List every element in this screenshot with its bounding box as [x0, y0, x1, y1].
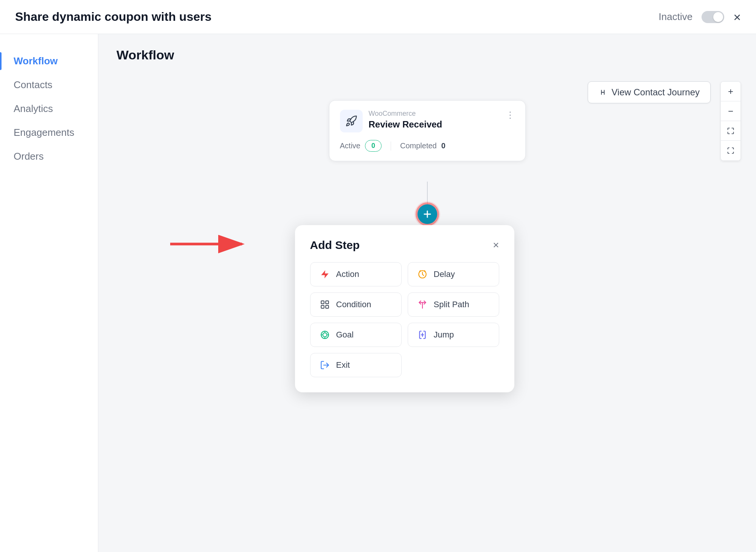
header: Share dynamic coupon with users Inactive… [0, 0, 756, 34]
svg-rect-8 [326, 305, 329, 308]
goal-icon [319, 330, 331, 340]
action-icon [319, 269, 331, 279]
condition-icon [319, 300, 331, 309]
content-title: Workflow [116, 48, 174, 62]
card-footer: Active 0 Completed 0 [340, 140, 515, 152]
svg-rect-7 [321, 305, 324, 308]
card-menu-button[interactable]: ⋮ [506, 110, 515, 120]
step-option-goal[interactable]: Goal [310, 323, 402, 347]
stat-divider [391, 141, 391, 151]
step-option-exit[interactable]: Exit [310, 353, 402, 377]
main-layout: Workflow Contacts Analytics Engagements … [0, 34, 756, 552]
completed-stat: Completed 0 [400, 141, 446, 150]
completed-count: 0 [441, 141, 446, 150]
step-option-jump[interactable]: Jump [408, 323, 499, 347]
header-controls: Inactive × [659, 11, 741, 23]
arrow-pointer [166, 233, 250, 255]
plus-icon [422, 209, 433, 219]
card-info: WooCommerce Review Received [369, 110, 442, 130]
active-badge: 0 [365, 140, 382, 152]
dialog-title: Add Step [310, 239, 360, 252]
content-header: Workflow [98, 34, 756, 70]
step-option-delay[interactable]: Delay [408, 262, 499, 286]
svg-rect-5 [321, 301, 324, 304]
add-step-dialog: Add Step × Action [295, 225, 514, 392]
step-option-condition[interactable]: Condition [310, 292, 402, 317]
sidebar-item-orders[interactable]: Orders [0, 145, 98, 168]
dialog-header: Add Step × [310, 239, 499, 252]
sidebar-item-workflow[interactable]: Workflow [0, 49, 98, 73]
active-stat: Active 0 [340, 140, 382, 152]
sidebar-item-engagements[interactable]: Engagements [0, 121, 98, 145]
svg-point-10 [323, 333, 327, 337]
expand-button[interactable] [721, 141, 740, 160]
card-subtitle: WooCommerce [369, 110, 442, 118]
content-area: Workflow View Contact Journey + − [98, 34, 756, 552]
step-option-split-path[interactable]: Split Path [408, 292, 499, 317]
zoom-controls: + − [720, 81, 741, 161]
sidebar-item-contacts[interactable]: Contacts [0, 73, 98, 97]
dialog-close-button[interactable]: × [493, 239, 499, 251]
rocket-icon [345, 115, 357, 127]
exit-icon [319, 360, 331, 370]
zoom-out-button[interactable]: − [721, 101, 740, 121]
fork-icon [599, 88, 607, 96]
active-toggle[interactable] [702, 11, 724, 23]
page-title: Share dynamic coupon with users [15, 10, 211, 24]
workflow-trigger-card: WooCommerce Review Received ⋮ Active 0 C… [329, 100, 526, 161]
add-step-circle-button[interactable] [418, 204, 437, 224]
step-option-action[interactable]: Action [310, 262, 402, 286]
jump-icon [416, 330, 428, 340]
card-icon [340, 110, 363, 132]
sidebar: Workflow Contacts Analytics Engagements … [0, 34, 98, 552]
status-label: Inactive [659, 11, 693, 23]
card-title: Review Received [369, 119, 442, 130]
sidebar-item-analytics[interactable]: Analytics [0, 97, 98, 121]
expand-icon [727, 147, 734, 154]
workflow-canvas: View Contact Journey + − [98, 70, 756, 550]
split-path-icon [416, 300, 428, 309]
step-options-grid: Action Delay [310, 262, 499, 377]
fit-view-button[interactable] [721, 121, 740, 141]
fit-icon [727, 127, 734, 135]
close-button[interactable]: × [733, 11, 741, 23]
view-journey-button[interactable]: View Contact Journey [588, 81, 711, 103]
zoom-in-button[interactable]: + [721, 82, 740, 101]
delay-icon [416, 269, 428, 279]
svg-rect-6 [326, 301, 329, 304]
card-header: WooCommerce Review Received ⋮ [340, 110, 515, 132]
